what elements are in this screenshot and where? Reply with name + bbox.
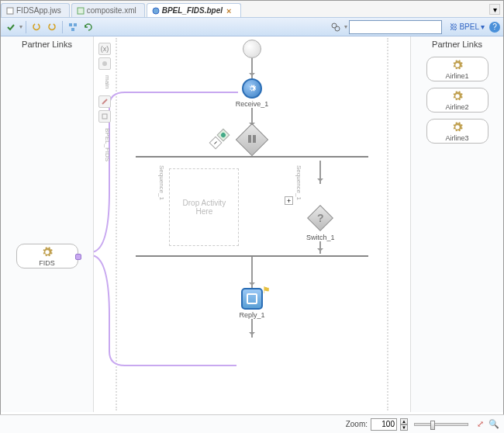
flow-arrow bbox=[251, 58, 253, 78]
flow-arrow bbox=[319, 241, 321, 254]
main-area: Partner Links FIDS (x) main BPEL bbox=[1, 36, 503, 412]
receive-label: Receive_1 bbox=[236, 100, 269, 108]
gear-icon bbox=[451, 121, 464, 133]
receive-node[interactable] bbox=[242, 78, 262, 99]
help-button[interactable]: ? bbox=[489, 22, 500, 33]
sequence-label: Sequence_1 bbox=[158, 165, 165, 200]
zoom-spinner: ▲ ▼ bbox=[400, 418, 408, 431]
svg-point-7 bbox=[335, 26, 340, 31]
branch-sequence-2[interactable]: Sequence_1 + ? Switch_1 bbox=[306, 158, 335, 255]
reply-label: Reply_1 bbox=[239, 311, 264, 319]
gear-icon bbox=[247, 83, 257, 94]
svg-rect-4 bbox=[74, 23, 77, 26]
svg-rect-11 bbox=[253, 135, 256, 143]
zoom-up-button[interactable]: ▲ bbox=[400, 418, 408, 424]
tabs-overflow-button[interactable]: ▾ bbox=[489, 4, 500, 15]
zoom-down-button[interactable]: ▼ bbox=[400, 424, 408, 431]
switch-small-label: Switch_1 bbox=[306, 234, 335, 241]
flag-icon: ⚑ bbox=[262, 285, 271, 296]
search-box bbox=[349, 20, 442, 34]
partner-airline2[interactable]: Airline2 bbox=[426, 88, 488, 113]
svg-point-2 bbox=[153, 8, 159, 14]
status-bar: Zoom: ▲ ▼ ⤢ 🔍 bbox=[0, 414, 504, 433]
tab-label: FIDSApp.jws bbox=[16, 6, 61, 15]
flow-arrow bbox=[319, 161, 321, 184]
switch-icon bbox=[247, 133, 257, 146]
find-button[interactable] bbox=[329, 20, 343, 34]
switch-node-small[interactable]: ? bbox=[307, 205, 333, 231]
flow-arrow bbox=[251, 319, 253, 338]
partner-airline1[interactable]: Airline1 bbox=[426, 57, 488, 81]
reply-icon bbox=[247, 293, 257, 304]
partner-fids[interactable]: FIDS bbox=[16, 244, 78, 268]
tab-composite[interactable]: composite.xml bbox=[71, 3, 145, 17]
zoom-slider[interactable] bbox=[414, 423, 468, 426]
partner-links-title: Partner Links bbox=[432, 36, 482, 54]
file-icon bbox=[6, 7, 14, 15]
validate-button[interactable] bbox=[4, 20, 18, 34]
partner-links-right: Partner Links Airline1 Airline2 Airline3 bbox=[410, 36, 503, 412]
tab-label: BPEL_FIDS.bpel bbox=[162, 6, 223, 15]
switch-node[interactable] bbox=[236, 123, 268, 156]
partner-links-left: Partner Links FIDS bbox=[1, 36, 94, 412]
tab-label: composite.xml bbox=[87, 6, 136, 15]
zoom-label: Zoom: bbox=[346, 420, 368, 428]
chevron-down-icon: ▾ bbox=[481, 23, 485, 31]
reply-node[interactable]: ⚑ bbox=[241, 288, 263, 310]
search-input[interactable] bbox=[351, 23, 440, 31]
zoom-fit-button[interactable]: ⤢ bbox=[475, 419, 485, 430]
link-port[interactable] bbox=[75, 254, 81, 260]
process-flow: Receive_1 − Sequence_1 bbox=[94, 40, 410, 338]
zoom-slider-thumb[interactable] bbox=[430, 421, 435, 430]
editor-tabs: FIDSApp.jws composite.xml BPEL_FIDS.bpel… bbox=[1, 1, 503, 18]
partner-label: Airline2 bbox=[445, 103, 468, 111]
svg-rect-3 bbox=[69, 23, 72, 26]
xml-icon bbox=[77, 7, 85, 15]
bpel-version-selector[interactable]: ⛓ BPEL ▾ bbox=[450, 23, 485, 31]
gear-icon bbox=[451, 90, 464, 102]
zoom-reset-button[interactable]: 🔍 bbox=[488, 419, 499, 430]
partner-label: FIDS bbox=[39, 259, 55, 267]
close-icon[interactable]: × bbox=[225, 7, 233, 15]
tab-fidsapp[interactable]: FIDSApp.jws bbox=[1, 3, 70, 17]
svg-point-12 bbox=[220, 132, 226, 138]
svg-rect-10 bbox=[248, 135, 251, 143]
bpel-icon bbox=[152, 7, 160, 15]
tab-bpel-fids[interactable]: BPEL_FIDS.bpel × bbox=[147, 3, 241, 17]
partner-label: Airline3 bbox=[445, 134, 468, 142]
branch-sequence-1[interactable]: Sequence_1 Drop Activity Here bbox=[169, 158, 239, 255]
start-node[interactable] bbox=[243, 40, 261, 58]
gear-icon bbox=[451, 59, 464, 71]
partner-label: Airline1 bbox=[445, 72, 468, 80]
editor-toolbar: ▾ ▾ ⛓ BPEL ▾ ? bbox=[1, 18, 503, 36]
gear-icon bbox=[41, 246, 54, 258]
refresh-button[interactable] bbox=[81, 20, 95, 34]
partner-airline3[interactable]: Airline3 bbox=[426, 119, 488, 144]
switch-branches: Sequence_1 Drop Activity Here Sequence_1… bbox=[136, 156, 368, 257]
partner-links-title: Partner Links bbox=[22, 36, 72, 54]
redo-button[interactable] bbox=[45, 20, 59, 34]
svg-rect-5 bbox=[71, 28, 74, 31]
zoom-input[interactable] bbox=[371, 418, 397, 431]
expand-button[interactable]: + bbox=[285, 196, 293, 205]
link-icon: ⛓ bbox=[450, 23, 457, 31]
bpel-canvas[interactable]: (x) main BPEL_FIDS Receive_1 bbox=[94, 36, 410, 412]
sequence-label: Sequence_1 bbox=[295, 165, 302, 200]
flow-arrow bbox=[251, 257, 253, 288]
drop-zone[interactable]: Drop Activity Here bbox=[169, 168, 239, 246]
layout-button[interactable] bbox=[66, 20, 80, 34]
undo-button[interactable] bbox=[29, 20, 43, 34]
svg-rect-1 bbox=[78, 8, 84, 14]
question-icon: ? bbox=[317, 212, 324, 224]
svg-rect-0 bbox=[7, 8, 13, 14]
